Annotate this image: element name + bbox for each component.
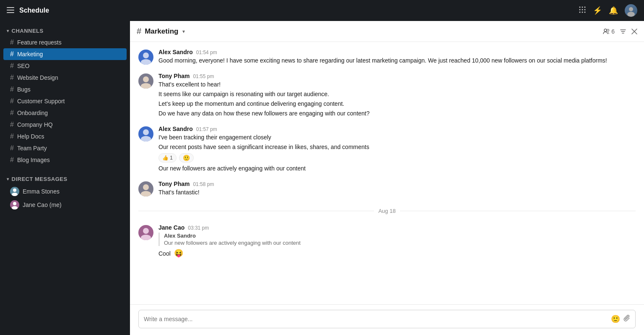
thumbs-up-reaction[interactable]: 👍 1 [158, 153, 177, 162]
message-header: Tony Pham 01:55 pm [158, 73, 636, 79]
dm-section-header[interactable]: ▾ DIRECT MESSAGES [0, 169, 130, 185]
sidebar-item-marketing[interactable]: # Marketing [3, 48, 127, 60]
message-author: Tony Pham [158, 73, 190, 79]
sidebar-item-blog-images[interactable]: # Blog Images [3, 154, 127, 166]
sidebar-item-team-party[interactable]: # Team Party [3, 142, 127, 154]
message-content: Alex Sandro 01:57 pm I've been tracking … [158, 126, 636, 174]
reaction-bar: 👍 1 🙂 [158, 153, 636, 162]
message-content: Jane Cao 03:31 pm Alex Sandro Our new fo… [158, 224, 636, 260]
avatar [138, 225, 153, 240]
message-content: Alex Sandro 01:54 pm Good morning, every… [158, 49, 636, 66]
message-group: Tony Pham 01:58 pm That's fantastic! [138, 181, 636, 198]
quote-text: Our new followers are actively engaging … [164, 240, 636, 246]
hash-icon: # [10, 133, 14, 140]
sidebar-item-onboarding[interactable]: # Onboarding [3, 107, 127, 119]
message-header: Alex Sandro 01:54 pm [158, 49, 636, 55]
channel-name: Team Party [17, 145, 47, 152]
filter-icon[interactable] [620, 28, 626, 35]
avatar [138, 73, 153, 89]
hash-icon: # [10, 144, 14, 152]
date-divider: Aug 18 [138, 208, 636, 214]
menu-icon[interactable] [7, 6, 14, 15]
channel-name: Marketing [17, 51, 43, 58]
quote-block: Alex Sandro Our new followers are active… [158, 233, 636, 246]
message-text: It seems like our campaign is resonating… [158, 90, 636, 99]
sidebar-item-website-design[interactable]: # Website Design [3, 72, 127, 84]
message-input-area: 🙂 [130, 304, 644, 335]
svg-point-18 [604, 29, 607, 31]
sidebar-item-company-hq[interactable]: # Company HQ [3, 119, 127, 131]
avatar [138, 181, 153, 196]
svg-rect-2 [7, 12, 14, 13]
svg-point-3 [579, 6, 581, 8]
add-reaction-button[interactable]: 🙂 [179, 153, 194, 162]
svg-point-17 [12, 206, 18, 209]
dm-avatar [10, 187, 19, 196]
sidebar-item-bugs[interactable]: # Bugs [3, 84, 127, 95]
channel-list: # Feature requests # Marketing # SEO # W… [0, 37, 130, 166]
message-input[interactable] [144, 316, 608, 322]
svg-point-20 [143, 52, 149, 58]
grid-icon[interactable] [579, 6, 586, 16]
message-text: That's fantastic! [158, 188, 636, 197]
svg-rect-0 [7, 7, 14, 8]
channel-name: Feature requests [17, 39, 62, 46]
message-input-wrapper: 🙂 [138, 310, 636, 328]
member-count: 6 [611, 28, 615, 35]
hash-icon: # [10, 74, 14, 81]
dm-name: Emma Stones [23, 188, 60, 195]
channel-header-right: 6 [603, 28, 637, 35]
dm-emma-stones[interactable]: Emma Stones [3, 185, 127, 198]
channel-title: Marketing [145, 27, 178, 36]
user-avatar[interactable] [625, 4, 637, 17]
dm-name: Jane Cao (me) [23, 202, 62, 208]
channels-label: CHANNELS [12, 28, 44, 34]
date-label: Aug 18 [378, 208, 395, 214]
svg-point-7 [582, 9, 583, 10]
svg-point-24 [143, 129, 149, 135]
svg-point-15 [12, 193, 18, 196]
svg-point-23 [141, 83, 151, 89]
sidebar-item-seo[interactable]: # SEO [3, 60, 127, 72]
members-button[interactable]: 6 [603, 28, 615, 35]
channel-dropdown-icon[interactable]: ▾ [182, 29, 185, 34]
dm-jane-cao[interactable]: Jane Cao (me) [3, 198, 127, 212]
svg-point-10 [582, 11, 583, 13]
topbar-left: Schedule [7, 6, 49, 15]
message-cool-text: Cool [158, 250, 171, 257]
channel-name: Help Docs [17, 133, 44, 140]
message-text: Let's keep up the momentum and continue … [158, 99, 636, 108]
message-content: Tony Pham 01:58 pm That's fantastic! [158, 181, 636, 198]
sidebar-item-customer-support[interactable]: # Customer Support [3, 95, 127, 107]
attach-file-icon[interactable] [623, 315, 630, 324]
sidebar-item-feature-requests[interactable]: # Feature requests [3, 37, 127, 48]
svg-point-8 [584, 9, 586, 10]
message-text: I've been tracking their engagement clos… [158, 133, 636, 142]
svg-point-4 [582, 6, 583, 8]
hash-icon: # [10, 121, 14, 128]
channel-name: Blog Images [17, 157, 50, 163]
svg-point-19 [607, 29, 609, 31]
svg-point-21 [141, 59, 151, 65]
message-author: Alex Sandro [158, 126, 193, 132]
message-time: 01:58 pm [193, 181, 214, 187]
channel-name: SEO [17, 63, 30, 69]
bolt-icon[interactable]: ⚡ [593, 6, 602, 15]
close-icon[interactable] [631, 29, 637, 34]
channel-name: Bugs [17, 86, 31, 93]
svg-point-12 [629, 7, 633, 11]
message-group: Alex Sandro 01:57 pm I've been tracking … [138, 126, 636, 174]
channels-section-header[interactable]: ▾ CHANNELS [0, 21, 130, 37]
message-time: 01:54 pm [196, 50, 217, 55]
hash-icon: # [10, 86, 14, 93]
hash-icon: # [10, 62, 14, 70]
message-text: Our recent posts have seen a significant… [158, 143, 636, 152]
sidebar-item-help-docs[interactable]: # Help Docs [3, 131, 127, 142]
svg-point-13 [627, 12, 635, 17]
emoji-picker-icon[interactable]: 🙂 [611, 314, 620, 324]
svg-point-14 [13, 188, 16, 192]
hash-icon: # [10, 97, 14, 105]
message-header: Tony Pham 01:58 pm [158, 181, 636, 187]
bell-icon[interactable]: 🔔 [609, 6, 618, 15]
message-text: Good morning, everyone! I have some exci… [158, 56, 636, 65]
